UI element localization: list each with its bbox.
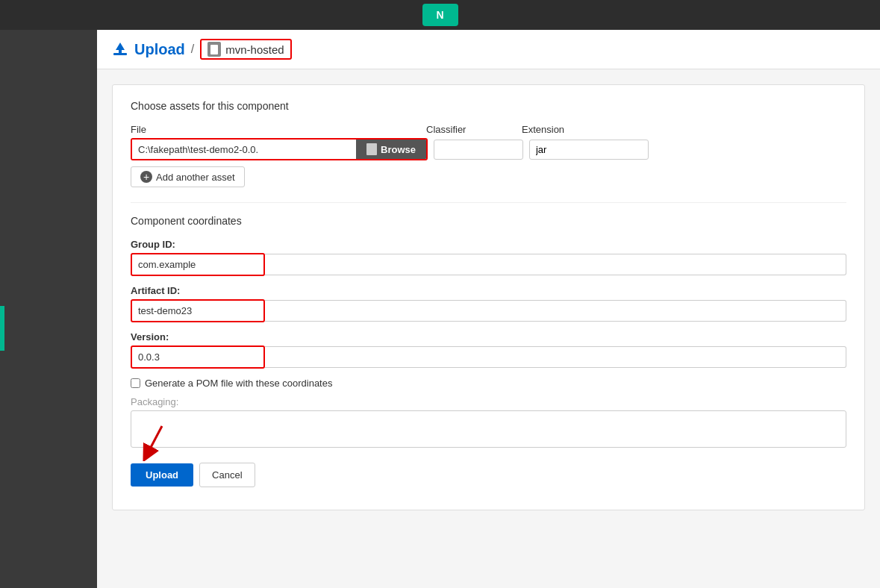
- sidebar: [0, 30, 97, 588]
- upload-button[interactable]: Upload: [131, 463, 193, 487]
- pom-checkbox-label: Generate a POM file with these coordinat…: [145, 378, 332, 389]
- assets-section: Choose assets for this component File Cl…: [131, 100, 846, 187]
- field-labels-row: File Classifier Extension: [131, 124, 846, 135]
- svg-rect-0: [113, 53, 127, 55]
- classifier-column-label: Classifier: [426, 124, 516, 135]
- artifact-id-field: Artifact ID:: [131, 285, 846, 322]
- version-input-rest[interactable]: [265, 346, 846, 368]
- coordinates-section: Component coordinates Group ID: Artifact…: [131, 215, 846, 487]
- form-panel: Choose assets for this component File Cl…: [112, 84, 865, 510]
- breadcrumb-repo: mvn-hosted: [200, 39, 291, 60]
- main-layout: Upload / mvn-hosted Choose assets for th…: [0, 30, 880, 588]
- pom-checkbox-row: Generate a POM file with these coordinat…: [131, 378, 846, 389]
- coordinates-section-title: Component coordinates: [131, 215, 846, 227]
- top-bar: N: [0, 0, 880, 30]
- file-column-label: File: [131, 124, 414, 135]
- extension-column-label: Extension: [522, 124, 641, 135]
- logo: N: [422, 4, 458, 26]
- repo-icon: [207, 42, 221, 57]
- sidebar-active-indicator: [0, 306, 4, 351]
- packaging-label: Packaging:: [131, 396, 846, 407]
- pom-checkbox[interactable]: [131, 378, 140, 388]
- upload-icon: [112, 41, 128, 57]
- section-divider: [131, 202, 846, 203]
- action-buttons: Upload Cancel: [131, 463, 846, 487]
- group-id-label: Group ID:: [131, 239, 846, 250]
- file-input-wrapper: Browse: [131, 138, 428, 160]
- cancel-button[interactable]: Cancel: [199, 463, 255, 487]
- packaging-input[interactable]: [131, 410, 846, 448]
- packaging-field: Packaging:: [131, 396, 846, 448]
- page-header: Upload / mvn-hosted: [97, 30, 880, 69]
- repo-name: mvn-hosted: [225, 43, 284, 56]
- artifact-id-input-rest[interactable]: [265, 300, 846, 322]
- group-id-field: Group ID:: [131, 239, 846, 276]
- version-field: Version:: [131, 331, 846, 369]
- browse-icon: [366, 143, 377, 155]
- version-label: Version:: [131, 331, 846, 343]
- artifact-id-label: Artifact ID:: [131, 285, 846, 296]
- assets-section-title: Choose assets for this component: [131, 100, 846, 112]
- artifact-id-input[interactable]: [131, 299, 265, 322]
- file-input[interactable]: [132, 140, 356, 159]
- svg-marker-1: [116, 43, 125, 53]
- browse-button[interactable]: Browse: [356, 140, 426, 159]
- add-icon: +: [140, 171, 152, 183]
- breadcrumb-separator: /: [191, 43, 194, 56]
- classifier-input[interactable]: [434, 140, 523, 160]
- group-id-input[interactable]: [131, 253, 265, 276]
- add-asset-button[interactable]: + Add another asset: [131, 166, 245, 187]
- file-input-row: Browse: [131, 138, 846, 160]
- upload-button-wrapper: Upload: [131, 463, 193, 487]
- group-id-input-rest[interactable]: [265, 254, 846, 275]
- page-title: Upload: [134, 41, 185, 58]
- version-input[interactable]: [131, 345, 265, 369]
- content-area: Upload / mvn-hosted Choose assets for th…: [97, 30, 880, 588]
- extension-input[interactable]: [529, 140, 649, 160]
